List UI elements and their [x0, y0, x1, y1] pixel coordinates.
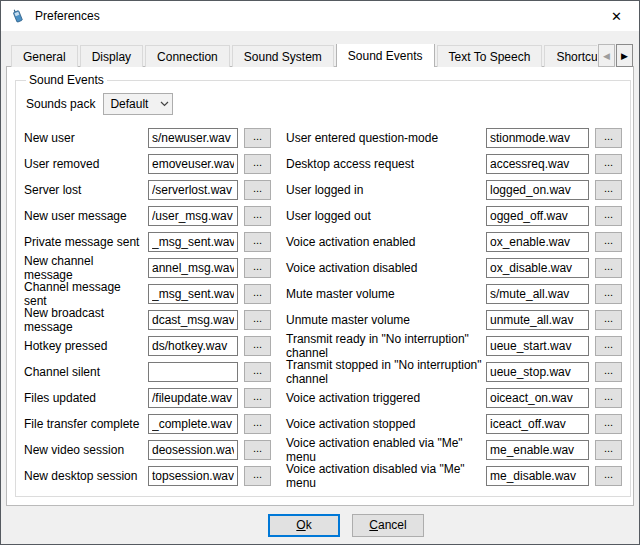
ok-button[interactable]: Ok	[268, 514, 340, 537]
browse-button[interactable]: ...	[244, 414, 271, 434]
browse-button[interactable]: ...	[595, 466, 622, 486]
browse-button[interactable]: ...	[595, 362, 622, 382]
browse-button[interactable]: ...	[244, 388, 271, 408]
browse-button[interactable]: ...	[595, 258, 622, 278]
tab-display[interactable]: Display	[80, 45, 143, 67]
sound-event-row: Voice activation enabled via "Me" menu .…	[286, 437, 622, 463]
browse-button[interactable]: ...	[595, 180, 622, 200]
browse-button[interactable]: ...	[244, 180, 271, 200]
tab-scroll-buttons: ◀ ▶	[597, 44, 633, 67]
browse-button[interactable]: ...	[595, 414, 622, 434]
sound-file-input[interactable]	[148, 362, 238, 382]
sound-event-row: Voice activation disabled ...	[286, 255, 622, 281]
browse-button[interactable]: ...	[595, 336, 622, 356]
browse-button[interactable]: ...	[595, 388, 622, 408]
browse-button[interactable]: ...	[244, 466, 271, 486]
sound-file-input[interactable]	[486, 388, 589, 408]
sound-file-input[interactable]	[486, 466, 589, 486]
sound-file-input[interactable]	[148, 388, 238, 408]
browse-button[interactable]: ...	[244, 440, 271, 460]
tab-connection[interactable]: Connection	[145, 45, 230, 67]
sound-event-row: New desktop session ...	[24, 463, 276, 489]
browse-button[interactable]: ...	[244, 310, 271, 330]
browse-button[interactable]: ...	[595, 310, 622, 330]
sound-event-row: Desktop access request ...	[286, 151, 622, 177]
sound-file-input[interactable]	[486, 206, 589, 226]
sound-file-input[interactable]	[486, 180, 589, 200]
sound-event-row: Unmute master volume ...	[286, 307, 622, 333]
sound-event-label: Voice activation disabled	[286, 261, 486, 275]
sound-file-input[interactable]	[486, 232, 589, 252]
sound-file-input[interactable]	[148, 440, 238, 460]
sound-file-input[interactable]	[148, 206, 238, 226]
browse-button[interactable]: ...	[244, 362, 271, 382]
sound-file-input[interactable]	[486, 362, 589, 382]
sound-file-input[interactable]	[486, 310, 589, 330]
browse-button[interactable]: ...	[595, 440, 622, 460]
sound-event-label: Voice activation enabled	[286, 235, 486, 249]
sound-file-input[interactable]	[148, 258, 238, 278]
sound-file-input[interactable]	[148, 310, 238, 330]
sound-event-label: Hotkey pressed	[24, 339, 148, 353]
sound-event-label: New broadcast message	[24, 306, 148, 334]
tab-scroll-right-button[interactable]: ▶	[616, 44, 633, 67]
chevron-down-icon	[156, 101, 172, 107]
cancel-button[interactable]: Cancel	[352, 514, 424, 537]
browse-button[interactable]: ...	[595, 128, 622, 148]
sounds-pack-label: Sounds pack	[26, 97, 95, 111]
browse-button[interactable]: ...	[595, 284, 622, 304]
tab-sound-events[interactable]: Sound Events	[336, 44, 435, 67]
sound-event-row: New user message ...	[24, 203, 276, 229]
sound-file-input[interactable]	[486, 440, 589, 460]
sound-event-row: File transfer complete ...	[24, 411, 276, 437]
sound-file-input[interactable]	[148, 284, 238, 304]
sound-event-label: Transmit ready in "No interruption" chan…	[286, 332, 486, 360]
sound-event-row: Voice activation triggered ...	[286, 385, 622, 411]
sound-file-input[interactable]	[486, 336, 589, 356]
sound-event-label: New user	[24, 131, 148, 145]
sound-file-input[interactable]	[486, 258, 589, 278]
browse-button[interactable]: ...	[595, 232, 622, 252]
browse-button[interactable]: ...	[595, 206, 622, 226]
close-button[interactable]: ✕	[594, 1, 639, 31]
sound-event-row: Hotkey pressed ...	[24, 333, 276, 359]
tab-sound-system[interactable]: Sound System	[232, 45, 334, 67]
sound-event-label: User logged in	[286, 183, 486, 197]
sound-event-label: Voice activation disabled via "Me" menu	[286, 462, 486, 490]
sound-file-input[interactable]	[148, 232, 238, 252]
sound-event-label: New video session	[24, 443, 148, 457]
browse-button[interactable]: ...	[244, 206, 271, 226]
sound-event-row: New video session ...	[24, 437, 276, 463]
sound-file-input[interactable]	[148, 180, 238, 200]
browse-button[interactable]: ...	[244, 154, 271, 174]
sound-file-input[interactable]	[148, 414, 238, 434]
sounds-pack-select[interactable]: Default	[103, 93, 173, 115]
browse-button[interactable]: ...	[244, 258, 271, 278]
browse-button[interactable]: ...	[244, 128, 271, 148]
sound-event-label: Files updated	[24, 391, 148, 405]
sound-event-row: User removed ...	[24, 151, 276, 177]
sound-file-input[interactable]	[148, 466, 238, 486]
sound-file-input[interactable]	[148, 154, 238, 174]
sound-file-input[interactable]	[486, 128, 589, 148]
sound-file-input[interactable]	[486, 284, 589, 304]
tab-general[interactable]: General	[11, 45, 78, 67]
sound-event-label: New desktop session	[24, 469, 148, 483]
sound-event-label: Mute master volume	[286, 287, 486, 301]
events-column-right: User entered question-mode ... Desktop a…	[286, 125, 622, 489]
browse-button[interactable]: ...	[244, 336, 271, 356]
sound-file-input[interactable]	[486, 154, 589, 174]
tab-scroll-left-button[interactable]: ◀	[598, 44, 615, 67]
sound-file-input[interactable]	[148, 336, 238, 356]
sound-event-row: Voice activation stopped ...	[286, 411, 622, 437]
sound-event-row: Mute master volume ...	[286, 281, 622, 307]
browse-button[interactable]: ...	[595, 154, 622, 174]
browse-button[interactable]: ...	[244, 232, 271, 252]
tab-text-to-speech[interactable]: Text To Speech	[437, 45, 543, 67]
sound-file-input[interactable]	[148, 128, 238, 148]
sound-file-input[interactable]	[486, 414, 589, 434]
sound-event-label: Voice activation stopped	[286, 417, 486, 431]
browse-button[interactable]: ...	[244, 284, 271, 304]
sound-event-row: Voice activation enabled ...	[286, 229, 622, 255]
sound-event-label: Voice activation enabled via "Me" menu	[286, 436, 486, 464]
